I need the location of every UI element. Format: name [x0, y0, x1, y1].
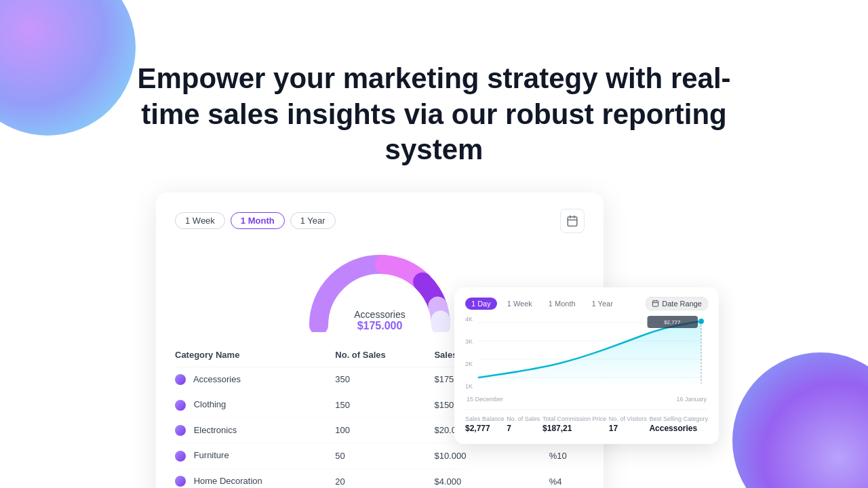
lc-stat-value: 7	[507, 424, 540, 433]
svg-text:$2,777: $2,777	[664, 319, 681, 325]
category-name: Accessories	[193, 374, 241, 384]
time-filters: 1 Week 1 Month 1 Year	[175, 212, 336, 229]
lc-stat-label: Best Selling Category	[649, 415, 708, 422]
col-sales: No. of Sales	[330, 346, 429, 367]
cell-balance: $10.000	[429, 443, 543, 469]
cell-sales: 350	[330, 367, 429, 392]
lc-x-end: 16 January	[676, 396, 707, 403]
filter-1month[interactable]: 1 Month	[231, 212, 285, 229]
filter-1year[interactable]: 1 Year	[290, 212, 336, 229]
lc-line-svg: $2,777	[465, 316, 708, 390]
lc-y-2k: 2K	[465, 361, 473, 367]
category-icon	[175, 425, 186, 436]
col-category: Category Name	[175, 346, 330, 367]
dashboard-area: 1 Week 1 Month 1 Year	[156, 192, 712, 489]
lc-date-range-label: Date Range	[662, 300, 702, 308]
category-icon	[175, 451, 186, 462]
table-row: Home Decoration 20 $4.000 %4	[175, 468, 585, 488]
lc-filter-1month[interactable]: 1 Month	[542, 298, 582, 310]
donut-label: Accessories $175.000	[354, 309, 405, 332]
title-part2: sales insights via our robust reporting …	[200, 98, 727, 166]
lc-y-1k: 1K	[465, 383, 473, 390]
lc-calendar-icon	[652, 300, 659, 307]
cell-category: Accessories	[175, 367, 330, 392]
lc-x-start: 15 December	[467, 396, 503, 403]
cell-category: Furniture	[175, 443, 330, 469]
category-icon	[175, 400, 186, 411]
lc-stat-value: $187,21	[542, 424, 606, 433]
lc-stat-value: Accessories	[649, 424, 708, 433]
lc-stat-item: Total Commission Price $187,21	[542, 415, 606, 433]
lc-stat-label: No. of Visitors	[609, 415, 647, 422]
category-name: Furniture	[194, 450, 229, 460]
filter-1week[interactable]: 1 Week	[175, 212, 225, 229]
cell-pct: %4	[544, 468, 585, 488]
lc-stat-label: Sales Balance	[465, 415, 505, 422]
lc-filter-1week[interactable]: 1 Week	[501, 298, 538, 310]
lc-stat-label: Total Commission Price	[542, 415, 606, 422]
cell-sales: 20	[330, 468, 429, 488]
lc-y-4k: 4K	[465, 316, 473, 323]
card-header: 1 Week 1 Month 1 Year	[175, 209, 585, 233]
line-chart-card: 1 Day 1 Week 1 Month 1 Year Date Range	[454, 287, 719, 444]
lc-filter-1year[interactable]: 1 Year	[586, 298, 619, 310]
cell-pct: %10	[544, 443, 585, 469]
title-part1: Empower your marketing strategy with	[137, 62, 671, 94]
lc-stats: Sales Balance $2,777 No. of Sales 7 Tota…	[465, 409, 708, 433]
lc-filter-1day[interactable]: 1 Day	[465, 298, 497, 310]
donut-center-name: Accessories	[354, 309, 405, 320]
lc-stat-item: Sales Balance $2,777	[465, 415, 505, 433]
cell-balance: $4.000	[429, 468, 543, 488]
cell-sales: 100	[330, 418, 429, 443]
lc-header: 1 Day 1 Week 1 Month 1 Year Date Range	[465, 297, 708, 310]
lc-stat-value: 17	[609, 424, 647, 433]
lc-y-3k: 3K	[465, 338, 473, 345]
category-icon	[175, 374, 186, 385]
category-name: Home Decoration	[194, 476, 262, 486]
calendar-icon	[566, 215, 578, 227]
category-name: Electronics	[194, 425, 237, 435]
cell-category: Clothing	[175, 392, 330, 418]
lc-stat-item: No. of Visitors 17	[609, 415, 647, 433]
hero-title: Empower your marketing strategy with rea…	[129, 61, 739, 168]
category-name: Clothing	[194, 399, 226, 409]
lc-stat-label: No. of Sales	[507, 415, 540, 422]
svg-rect-0	[568, 217, 577, 226]
category-icon	[175, 476, 186, 487]
donut-wrapper: Accessories $175.000	[298, 244, 461, 332]
lc-stat-value: $2,777	[465, 424, 505, 433]
lc-chart-area: 4K 3K 2K 1K	[465, 316, 708, 390]
lc-filters: 1 Day 1 Week 1 Month 1 Year	[465, 298, 619, 310]
cell-category: Electronics	[175, 418, 330, 443]
cell-sales: 150	[330, 392, 429, 418]
lc-date-range-button[interactable]: Date Range	[646, 297, 708, 310]
cell-category: Home Decoration	[175, 468, 330, 488]
lc-stat-item: No. of Sales 7	[507, 415, 540, 433]
lc-x-labels: 15 December 16 January	[465, 396, 708, 403]
cell-sales: 50	[330, 443, 429, 469]
calendar-button[interactable]	[560, 209, 585, 233]
svg-rect-10	[653, 301, 658, 306]
donut-center-value: $175.000	[354, 320, 405, 332]
table-row: Furniture 50 $10.000 %10	[175, 443, 585, 469]
lc-y-labels: 4K 3K 2K 1K	[465, 316, 473, 390]
lc-stat-item: Best Selling Category Accessories	[649, 415, 708, 433]
